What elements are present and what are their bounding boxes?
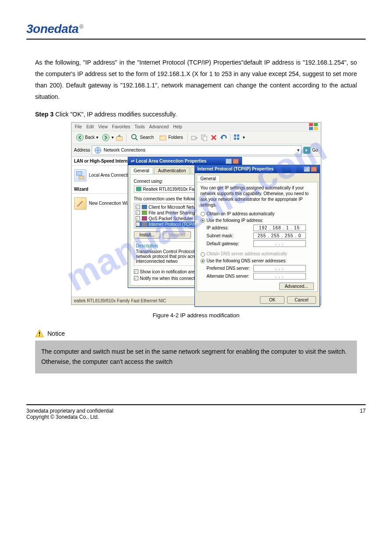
menu-tools[interactable]: Tools (134, 124, 144, 129)
close-button[interactable] (311, 167, 317, 172)
nic-icon (136, 187, 141, 191)
checkbox-icon[interactable]: ✓ (136, 216, 140, 221)
advanced-button[interactable]: Advanced... (279, 283, 314, 290)
connection-icon: ⇄ (131, 159, 134, 163)
menu-view[interactable]: View (98, 124, 108, 129)
search-button[interactable]: Search (129, 133, 156, 142)
folders-label: Folders (168, 135, 183, 140)
footer-page: 17 (360, 408, 366, 420)
go-label: Go (312, 148, 318, 152)
subnet-input[interactable]: 255 . 255 . 255 . 0 (253, 232, 306, 239)
network-icon (94, 146, 102, 154)
figure-caption: Figure 4-2 IP address modification (26, 312, 366, 319)
svg-rect-6 (116, 137, 122, 141)
tab-general[interactable]: General (197, 175, 220, 182)
undo-icon[interactable] (219, 134, 227, 141)
screenshot: File Edit View Favorites Tools Advanced … (71, 122, 321, 305)
forward-icon[interactable] (102, 134, 110, 141)
menu-edit[interactable]: Edit (86, 124, 94, 129)
back-label: Back (85, 135, 95, 140)
help-button[interactable] (226, 159, 232, 164)
svg-rect-25 (142, 222, 147, 226)
pref-dns-input[interactable]: . . . (253, 265, 306, 272)
tab-authentication[interactable]: Authentication (154, 167, 190, 174)
alt-dns-input[interactable]: . . . (253, 273, 306, 279)
back-button[interactable]: Back ▾ (74, 133, 100, 142)
svg-rect-24 (142, 216, 147, 221)
tab-general[interactable]: General (130, 167, 154, 174)
gateway-input[interactable]: . . . (253, 240, 306, 247)
lac-titlebar: ⇄ Local Area Connection Properties (128, 157, 241, 165)
tcpip-properties-dialog: Internet Protocol (TCP/IP) Properties Ge… (194, 165, 320, 307)
menu-favorites[interactable]: Favorites (112, 124, 130, 129)
cancel-button[interactable]: Cancel (287, 296, 316, 304)
address-field[interactable]: Network Connections ▾ (92, 145, 302, 155)
address-label: Address (74, 148, 90, 152)
radio-auto-ip[interactable] (201, 212, 205, 216)
checkbox-icon[interactable]: ✓ (136, 222, 140, 226)
dropdown-icon: ▾ (111, 135, 114, 140)
radio-auto-dns (201, 252, 205, 257)
toolbar: Back ▾ ▾ Search Folders (72, 131, 321, 144)
notice-label: Notice (47, 330, 65, 337)
ip-label: IP address: (207, 225, 251, 230)
close-button[interactable] (233, 159, 239, 164)
wizard-icon (74, 197, 86, 210)
delete-icon[interactable] (210, 134, 218, 141)
dropdown-icon: ▾ (96, 135, 98, 140)
step-text: Click "OK", IP address modifies successf… (55, 111, 177, 118)
install-button[interactable]: Install... (134, 231, 160, 239)
svg-rect-1 (314, 123, 318, 126)
svg-rect-0 (309, 123, 313, 126)
svg-point-7 (132, 134, 136, 139)
folders-button[interactable]: Folders (157, 133, 184, 142)
radio-use-dns[interactable] (201, 259, 205, 263)
menu-advanced[interactable]: Advanced (149, 124, 169, 129)
folders-icon (159, 134, 167, 141)
checkbox-icon[interactable]: ✓ (134, 276, 138, 280)
copy-icon[interactable] (200, 134, 208, 141)
dropdown-icon: ▾ (243, 135, 245, 140)
svg-rect-26 (39, 332, 40, 334)
subnet-label: Subnet mask: (207, 233, 251, 238)
menubar: File Edit View Favorites Tools Advanced … (72, 123, 321, 131)
step-heading: Step 3 Click "OK", IP address modifies s… (35, 111, 357, 118)
svg-rect-18 (76, 171, 82, 175)
svg-point-20 (82, 199, 84, 201)
svg-rect-2 (309, 127, 313, 130)
uninstall-button[interactable]: Uninstall (163, 231, 191, 239)
svg-rect-19 (79, 176, 84, 179)
radio-use-ip[interactable] (201, 218, 205, 223)
svg-rect-3 (314, 127, 318, 130)
checkbox-icon[interactable]: ✓ (136, 205, 140, 209)
views-icon[interactable] (233, 134, 241, 141)
search-icon (131, 134, 139, 141)
logo-reg: ® (79, 24, 83, 30)
svg-rect-23 (142, 210, 147, 215)
lac-title: Local Area Connection Properties (136, 159, 207, 163)
checkbox-icon[interactable]: ✓ (134, 269, 138, 274)
menu-file[interactable]: File (75, 124, 82, 129)
search-label: Search (140, 135, 154, 140)
warning-icon (35, 329, 44, 338)
pref-dns-label: Preferred DNS server: (207, 266, 251, 271)
share-icon (142, 210, 147, 215)
radio-use-dns-label: Use the following DNS server addresses: (207, 258, 287, 263)
svg-point-5 (102, 134, 109, 141)
radio-auto-label: Obtain an IP address automatically (207, 211, 275, 216)
client-icon (142, 205, 147, 209)
go-button[interactable] (303, 147, 310, 154)
help-button[interactable] (304, 167, 310, 172)
checkbox-icon[interactable]: ✓ (136, 210, 140, 215)
ip-input[interactable]: 192 . 168 . 1 . 15 (253, 225, 306, 231)
ok-button[interactable]: OK (260, 296, 284, 304)
menu-help[interactable]: Help (173, 124, 182, 129)
alt-dns-label: Alternate DNS server: (207, 274, 251, 279)
lac-icon (74, 169, 86, 181)
address-bar: Address Network Connections ▾ Go (72, 144, 321, 157)
tcp-title: Internet Protocol (TCP/IP) Properties (198, 167, 274, 171)
up-icon[interactable] (115, 134, 123, 141)
move-icon[interactable] (191, 134, 198, 141)
gateway-label: Default gateway: (207, 241, 251, 246)
dropdown-icon[interactable]: ▾ (297, 148, 299, 152)
